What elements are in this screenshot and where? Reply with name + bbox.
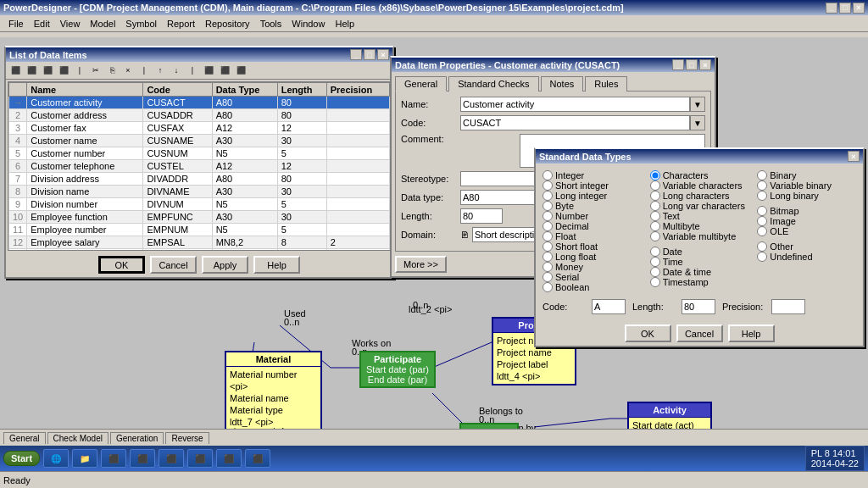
list-close-btn[interactable]: × bbox=[377, 49, 389, 60]
list-table-container[interactable]: Name Code Data Type Length Precision →Cu… bbox=[8, 81, 391, 251]
radio-number[interactable]: Number bbox=[542, 211, 642, 221]
list-tb-4[interactable]: ⬛ bbox=[56, 64, 71, 77]
menu-repository[interactable]: Repository bbox=[200, 17, 255, 30]
std-code-input[interactable] bbox=[592, 299, 626, 314]
table-row[interactable]: 13End date (act)ACTENDD bbox=[9, 249, 390, 252]
prop-close-btn[interactable]: × bbox=[699, 59, 711, 70]
table-row[interactable]: 7Division addressDIVADDRA8080 bbox=[9, 173, 390, 186]
list-maximize-btn[interactable]: □ bbox=[364, 49, 376, 60]
radio-long-var-chars[interactable]: Long var characters bbox=[650, 201, 749, 211]
menu-tools[interactable]: Tools bbox=[255, 17, 287, 30]
radio-long-float[interactable]: Long float bbox=[542, 252, 642, 262]
radio-image[interactable]: Image bbox=[757, 216, 856, 226]
start-button[interactable]: Start bbox=[3, 451, 40, 466]
list-tb-2[interactable]: ⬛ bbox=[24, 64, 39, 77]
col-length[interactable]: Length bbox=[277, 83, 326, 97]
maximize-btn[interactable]: □ bbox=[839, 3, 851, 14]
tab-standard-checks[interactable]: Standard Checks bbox=[448, 76, 538, 92]
radio-boolean[interactable]: Boolean bbox=[542, 282, 642, 292]
tab-rules[interactable]: Rules bbox=[585, 76, 627, 92]
col-name[interactable]: Name bbox=[27, 83, 143, 97]
table-row[interactable]: 8Division nameDIVNAMEA3030 bbox=[9, 186, 390, 198]
tab-general-bottom[interactable]: General bbox=[3, 432, 46, 444]
list-ok-btn[interactable]: OK bbox=[98, 256, 145, 274]
prop-length-input[interactable] bbox=[460, 208, 503, 224]
menu-edit[interactable]: Edit bbox=[29, 17, 55, 30]
tab-check-model[interactable]: Check Model bbox=[47, 432, 108, 444]
table-row[interactable]: 3Customer faxCUSFAXA1212 bbox=[9, 122, 390, 135]
std-precision-input[interactable] bbox=[771, 299, 805, 314]
taskbar-item4[interactable]: ⬛ bbox=[187, 449, 213, 468]
col-code[interactable]: Code bbox=[143, 83, 212, 97]
table-row[interactable]: 2Customer addressCUSADDRA8080 bbox=[9, 109, 390, 122]
list-tb-1[interactable]: ⬛ bbox=[8, 64, 23, 77]
prop-name-btn[interactable]: ▼ bbox=[690, 97, 705, 112]
prop-minimize-btn[interactable]: _ bbox=[672, 59, 684, 70]
table-row[interactable]: 10Employee functionEMPFUNCA3030 bbox=[9, 211, 390, 224]
std-cancel-btn[interactable]: Cancel bbox=[676, 324, 723, 342]
radio-short-integer[interactable]: Short integer bbox=[542, 180, 642, 191]
menu-model[interactable]: Model bbox=[85, 17, 120, 30]
menu-report[interactable]: Report bbox=[162, 17, 200, 30]
radio-date[interactable]: Date bbox=[650, 247, 749, 257]
radio-characters[interactable]: Characters bbox=[650, 170, 749, 180]
radio-undefined[interactable]: Undefined bbox=[757, 252, 856, 262]
list-tb-8[interactable]: ↑ bbox=[153, 64, 168, 77]
taskbar-item5[interactable]: ⬛ bbox=[216, 449, 242, 468]
list-tb-5[interactable]: ✂ bbox=[88, 64, 103, 77]
table-row[interactable]: 5Customer numberCUSNUMN55 bbox=[9, 147, 390, 160]
close-btn[interactable]: × bbox=[853, 3, 865, 14]
taskbar-item2[interactable]: ⬛ bbox=[130, 449, 155, 468]
radio-ole[interactable]: OLE bbox=[757, 226, 856, 236]
radio-other[interactable]: Other bbox=[757, 241, 856, 252]
std-close-btn[interactable]: × bbox=[848, 151, 860, 162]
radio-long-binary[interactable]: Long binary bbox=[757, 191, 856, 201]
prop-maximize-btn[interactable]: □ bbox=[686, 59, 698, 70]
tab-generation[interactable]: Generation bbox=[110, 432, 164, 444]
taskbar-item3[interactable]: ⬛ bbox=[159, 449, 184, 468]
radio-long-chars[interactable]: Long characters bbox=[650, 191, 749, 201]
menu-window[interactable]: Window bbox=[287, 17, 330, 30]
list-tb-7[interactable]: × bbox=[120, 64, 136, 77]
radio-byte[interactable]: Byte bbox=[542, 201, 642, 211]
prop-name-input[interactable] bbox=[460, 97, 690, 112]
radio-float[interactable]: Float bbox=[542, 231, 642, 241]
table-row[interactable]: 11Employee numberEMPNUMN55 bbox=[9, 224, 390, 236]
list-tb-6[interactable]: ⎘ bbox=[104, 64, 120, 77]
radio-integer[interactable]: Integer bbox=[542, 170, 642, 180]
radio-bitmap[interactable]: Bitmap bbox=[757, 206, 856, 216]
radio-var-binary[interactable]: Variable binary bbox=[757, 180, 856, 191]
list-minimize-btn[interactable]: _ bbox=[350, 49, 362, 60]
col-datatype[interactable]: Data Type bbox=[212, 83, 277, 97]
radio-multibyte[interactable]: Multibyte bbox=[650, 221, 749, 231]
taskbar-ie[interactable]: 🌐 bbox=[43, 449, 69, 468]
prop-code-input[interactable] bbox=[460, 115, 690, 130]
radio-serial[interactable]: Serial bbox=[542, 272, 642, 282]
list-help-btn[interactable]: Help bbox=[253, 256, 300, 274]
std-ok-btn[interactable]: OK bbox=[625, 324, 671, 342]
table-row[interactable]: 9Division numberDIVNUMN55 bbox=[9, 198, 390, 211]
tab-notes[interactable]: Notes bbox=[541, 76, 584, 92]
radio-date-time[interactable]: Date & time bbox=[650, 267, 749, 277]
menu-file[interactable]: File bbox=[3, 17, 29, 30]
radio-short-float[interactable]: Short float bbox=[542, 241, 642, 252]
list-tb-12[interactable]: ⬛ bbox=[233, 64, 248, 77]
menu-help[interactable]: Help bbox=[330, 17, 359, 30]
entity-participate[interactable]: Participate Start date (par)End date (pa… bbox=[359, 351, 436, 388]
list-tb-10[interactable]: ⬛ bbox=[201, 64, 216, 77]
radio-decimal[interactable]: Decimal bbox=[542, 221, 642, 231]
list-tb-11[interactable]: ⬛ bbox=[217, 64, 232, 77]
col-precision[interactable]: Precision bbox=[326, 83, 389, 97]
prop-code-btn[interactable]: ▼ bbox=[690, 115, 705, 130]
table-row[interactable]: →Customer activityCUSACTA8080 bbox=[9, 97, 390, 109]
tab-general[interactable]: General bbox=[395, 76, 447, 92]
list-apply-btn[interactable]: Apply bbox=[202, 256, 248, 274]
radio-binary[interactable]: Binary bbox=[757, 170, 856, 180]
table-row[interactable]: 6Customer telephoneCUSTELA1212 bbox=[9, 160, 390, 173]
table-row[interactable]: 4Customer nameCUSNAMEA3030 bbox=[9, 135, 390, 147]
radio-timestamp[interactable]: Timestamp bbox=[650, 277, 749, 287]
taskbar-item1[interactable]: ⬛ bbox=[101, 449, 126, 468]
taskbar-item6[interactable]: ⬛ bbox=[245, 449, 270, 468]
menu-symbol[interactable]: Symbol bbox=[120, 17, 162, 30]
table-row[interactable]: 12Employee salaryEMPSALMN8,282 bbox=[9, 236, 390, 249]
